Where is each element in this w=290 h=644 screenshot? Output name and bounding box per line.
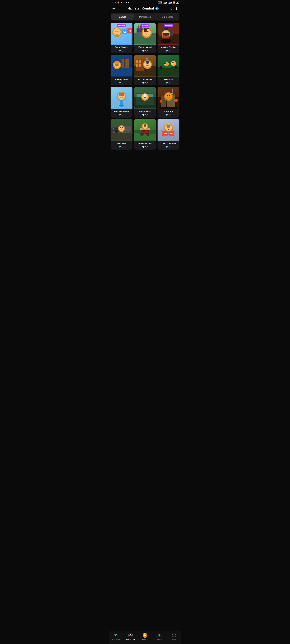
game-card-stone-age[interactable]: Stone Age 💎 0/4 [158, 87, 179, 118]
game-score-train-miner: 💎 0/4 [111, 146, 132, 148]
game-image-hide-ball [158, 55, 179, 77]
svg-rect-110 [113, 128, 114, 130]
diamond-icon-mow-and-trim: 💎 [142, 146, 145, 148]
game-info-pin-out-master: Pin Out Master 💎 0/4 [134, 77, 156, 86]
svg-point-100 [174, 99, 178, 102]
nav-playground[interactable]: Playground [123, 633, 138, 640]
games-grid: Featured x2 -5 Count Masters 💎 0/4 Featu… [109, 23, 181, 152]
status-left: 13:04 🔕 ⚡ ◁ ↗ · [111, 1, 129, 4]
activity-icon: ⚡ [120, 1, 123, 4]
nav-exchange[interactable]: Exchange [109, 633, 123, 640]
svg-rect-48 [139, 60, 141, 63]
game-score-mow-and-trim: 💎 0/4 [135, 146, 155, 148]
game-score-pin-out-master: 💎 0/4 [135, 82, 155, 84]
svg-rect-140 [167, 125, 168, 126]
tab-minecards[interactable]: Mine cards [156, 14, 179, 20]
game-card-train-miner[interactable]: Train Miner 💎 0/4 [111, 119, 132, 150]
diamond-icon-hide-ball: 💎 [165, 82, 168, 84]
score-value-chain-cube: 0/4 [169, 146, 171, 148]
svg-text:H: H [144, 634, 146, 636]
svg-rect-77 [121, 93, 124, 96]
svg-point-33 [163, 33, 169, 36]
game-name-infected-frontier: Infected Frontier [158, 46, 179, 48]
svg-point-62 [164, 63, 166, 65]
game-image-among-water [111, 55, 132, 77]
score-value-count-masters: 0/4 [122, 50, 125, 52]
game-image-pin-out-master [134, 55, 156, 77]
svg-point-132 [144, 125, 145, 126]
nav-friends[interactable]: Friends [152, 633, 167, 640]
svg-point-147 [129, 635, 130, 636]
game-info-count-masters: Count Masters 💎 0/4 [111, 45, 132, 54]
game-card-factory-world[interactable]: Featured Factory World 💎 [134, 23, 156, 54]
menu-button[interactable]: ⋮ [175, 6, 178, 10]
featured-badge-factory-world: Featured [140, 24, 150, 27]
game-score-factory-world: 💎 0/4 [135, 50, 155, 52]
svg-rect-49 [136, 64, 138, 66]
game-card-chain-cube[interactable]: 2048 2048 Chain Cube 2048 💎 0/4 [158, 119, 179, 150]
svg-point-3 [115, 34, 120, 37]
dropdown-button[interactable]: ⌄ [170, 7, 173, 10]
svg-point-97 [169, 95, 170, 96]
svg-point-152 [160, 634, 161, 635]
game-name-hide-ball: Hide Ball [158, 78, 179, 81]
svg-point-111 [113, 131, 115, 133]
score-value-train-miner: 0/4 [122, 146, 125, 148]
svg-point-117 [122, 127, 123, 128]
battery-indicator: 76 [176, 1, 179, 4]
game-card-count-masters[interactable]: Featured x2 -5 Count Masters 💎 0/4 [111, 23, 132, 54]
bottom-nav: Exchange Playground [109, 631, 181, 644]
game-info-mow-and-trim: Mow and Trim 💎 0/4 [134, 141, 156, 150]
diamond-icon-pin-out-master: 💎 [142, 82, 145, 84]
svg-point-126 [140, 132, 144, 136]
svg-point-68 [173, 62, 174, 63]
svg-point-44 [118, 64, 119, 65]
game-score-infected-frontier: 💎 0/4 [158, 50, 179, 52]
svg-point-57 [146, 58, 148, 60]
svg-rect-79 [119, 105, 124, 106]
diamond-icon-among-water: 💎 [119, 82, 121, 84]
svg-point-63 [164, 63, 165, 64]
game-name-count-masters: Count Masters [111, 46, 132, 48]
game-card-bouncemasters[interactable]: Bouncemasters 💎 0/4 [111, 87, 132, 118]
tab-games[interactable]: Games [111, 14, 134, 20]
svg-text:2048: 2048 [169, 132, 173, 134]
svg-rect-141 [169, 125, 170, 126]
svg-rect-38 [121, 60, 122, 67]
score-value-bouncemasters: 0/4 [122, 114, 125, 116]
svg-rect-76 [119, 93, 121, 96]
score-value-mow-and-trim: 0/4 [145, 146, 148, 148]
game-score-merge-away: 💎 0/4 [135, 114, 155, 116]
game-info-bouncemasters: Bouncemasters 💎 0/4 [111, 109, 132, 118]
game-score-count-masters: 💎 0/4 [111, 50, 132, 52]
nav-airdrop[interactable]: H AirDrop [138, 633, 152, 640]
back-button[interactable]: ← [112, 6, 116, 11]
playground-icon [128, 633, 133, 638]
game-image-merge-away [134, 87, 156, 109]
game-name-pin-out-master: Pin Out Master [135, 78, 155, 81]
game-card-among-water[interactable]: Among Water 💎 0/4 [111, 55, 132, 86]
exchange-icon [114, 633, 118, 638]
game-image-train-miner [111, 119, 132, 141]
game-image-infected-frontier: Featured [158, 23, 179, 45]
tab-minigames[interactable]: Minigames [134, 14, 156, 20]
svg-point-64 [165, 63, 166, 64]
verified-badge: ✓ [155, 7, 159, 10]
status-bar: 13:04 🔕 ⚡ ◁ ↗ · VPN ▂▄▆ ▂▄▆ 📶 76 [109, 0, 181, 4]
app-header: ← Hamster Kombat ✓ ⌄ ⋮ [109, 4, 181, 13]
svg-rect-113 [111, 128, 113, 133]
nav-earn[interactable]: Earn [167, 633, 181, 640]
game-card-mow-and-trim[interactable]: Mow and Trim 💎 0/4 [134, 119, 156, 150]
game-card-pin-out-master[interactable]: Pin Out Master 💎 0/4 [134, 55, 156, 86]
svg-point-120 [129, 131, 131, 133]
game-card-infected-frontier[interactable]: Featured Infected Frontier 💎 0/4 [158, 23, 179, 54]
app-title-container: Hamster Kombat ✓ [127, 6, 158, 10]
svg-rect-106 [122, 132, 123, 133]
game-card-hide-ball[interactable]: Hide Ball 💎 0/4 [158, 55, 179, 86]
signal-bars-icon: ▂▄▆ [163, 1, 167, 4]
svg-point-69 [159, 66, 162, 69]
svg-point-19 [147, 31, 149, 32]
svg-rect-50 [139, 64, 141, 66]
game-card-merge-away[interactable]: Merge Away 💎 0/4 [134, 87, 156, 118]
svg-point-151 [158, 634, 159, 635]
